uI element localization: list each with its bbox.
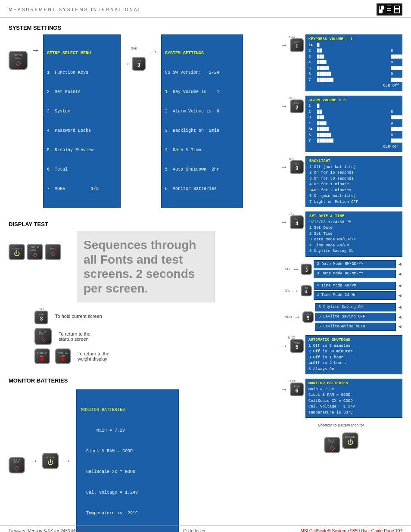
setup-icon4: ◇ [14,464,19,472]
power-icon2: ⏻ [47,459,53,466]
display-exit-btn1[interactable]: DISPLAY EXIT [34,348,50,364]
setup-menu-item-3: 3 System [47,108,117,115]
ghi3h-num: 3 [40,316,43,322]
mno5-letters: MNO [288,336,295,339]
shortcut-setup-btn[interactable]: SETUPESC ◇ [324,437,340,453]
arrow-dm: → [292,265,299,273]
shutdown-panel: AUTOMATIC SHUTDOWN 1 Off in 5 minutes 2 … [305,335,402,374]
setup-menu-item-6: 6 Total [47,166,117,173]
kp-4: 4 [308,60,317,66]
display-test-text: Sequences through all Fonts and test scr… [84,238,196,295]
abc1-area: ABC → ABC 1 [280,35,304,52]
arrow4: → [28,456,40,466]
time-mode-arrow1: ◄ [397,283,402,289]
shutdown-title: AUTOMATIC SHUTDOWN [308,337,399,343]
svg-rect-3 [383,9,384,13]
setup-btn-area: SETUPESC ◇ [9,42,28,70]
ghi3b-key[interactable]: GHI 3 [290,160,304,174]
setup-btn3[interactable]: SETUPESC ◇ [34,328,52,345]
shortcut-area: Shortcut to Battery Monitor SETUPESC ◇ P… [280,423,402,453]
setup-label4: SETUPESC [12,458,21,464]
section3-title: MONITOR BATTERIES [9,377,275,384]
time-mode-opt1: 4 Time Mode AM/PM ◄ [314,282,402,290]
av-1-bar: █ [317,103,391,109]
def2-key[interactable]: DEF 2 [290,100,304,113]
av-8 [391,103,399,109]
tare-btn[interactable]: TARE ◇ [45,244,61,260]
right-col: ABC → ABC 1 KEYPRESS VOLUME = 1 1▶ [280,34,402,453]
keypress-panel: KEYPRESS VOLUME = 1 1▶ █ 2 ██ 8 3 ███ ██… [305,34,402,91]
bl-6: 6 On (min batt-life) [309,193,399,199]
time-mode-box1: 4 Time Mode AM/PM [314,282,396,290]
shortcut-power-btn[interactable]: POWER ⏻ [342,432,358,449]
daylite-arrow2: ◄ [397,314,402,320]
svg-rect-7 [387,11,391,13]
shutdown-row: MNO → MNO 5 AUTOMATIC SHUTDOWN 1 Off in … [280,335,402,374]
arrow-abc1: → [281,41,288,49]
kp-5-bar: █████ [317,66,391,72]
svg-rect-2 [380,6,381,9]
time-mode-options: 4 Time Mode AM/PM ◄ 4 Time Mode 24 Hr ◄ [314,282,402,300]
tm-jkl-label: JKL [285,289,290,292]
backlight-row: GHI → GHI 3 BACKLIGHT 1 Off (max bat-lif… [280,156,402,207]
tm-jkl4-key[interactable]: JKL 4 [301,285,312,296]
av-bars-r1: █████ [391,115,399,121]
arrow-mno5: → [281,342,288,350]
power-btn[interactable]: POWER ⏻ [9,244,25,260]
arrow-dl: → [294,313,301,321]
date-mode-box2: 3 Date Mode DD-MM-YY [314,270,396,278]
av-4-bar: ████ [317,121,391,127]
sd-5: 5 Always On [308,367,399,373]
setup-menu-item-1: 1 Function Keys [47,69,117,76]
pqr6-key[interactable]: PQR 6 [290,383,304,396]
ghi3-key[interactable]: GHI 3 [132,57,146,71]
kp-3: 3 [308,54,317,60]
kp-7: 7 [308,78,317,84]
left-col: SETUPESC ◇ → SETUP SELECT MENU 1 Functio… [9,34,275,532]
setup-menu-item-4: 4 Password Locks [47,128,117,134]
setup-btn4[interactable]: SETUPESC ◇ [9,457,25,473]
jkl4-key[interactable]: JKL 4 [290,215,304,229]
ghi3-row: → GHI 3 [122,50,146,71]
bl-4: 4 On for 1 minute [309,182,399,188]
abc1-key[interactable]: ABC 1 [290,38,304,52]
setup-menu-title: SETUP SELECT MENU [47,50,117,56]
av-6-bar: ██████ [317,133,391,139]
dt-5: 5 Daylite Saving ON [309,249,399,255]
batt-right-row: PQR → PQR 6 MONITOR BATTERIES Main = 7.2… [280,379,402,418]
kp-5: 5 [308,66,317,72]
pqr6-row: → PQR 6 [280,383,304,396]
datetime-title: SET DATE & TIME [309,214,399,220]
ghi3-hold-key[interactable]: GHI 3 [34,311,48,324]
footer-right: MSI CellScale® System • 9850 User Guide … [300,529,402,532]
display-btns: POWER ⏻ SETUPESC ◇ TARE ◇ [9,244,61,260]
daylite-opt2: 5 Daylite Saving OFF ◄ [315,313,402,321]
dm-ghi3-key[interactable]: GHI 3 [301,264,312,275]
pqr6-letters: PQR [288,380,295,383]
kp-6: 6 [308,72,317,78]
sys-line2: 1 Key Volume is 1 [165,89,239,95]
mno5-key[interactable]: MNO 5 [290,339,304,353]
setup-label3: SETUPESC [39,330,47,336]
kp-8 [391,43,399,49]
dm-ghi-label: GHI [285,268,290,271]
kp-3-bar: ███ [317,54,391,60]
daylite-opt1: 5 Daylite Saving ON ◄ [315,303,402,312]
time-mode-opt2: 4 Time Mode 24 Hr ◄ [314,291,402,300]
mno5-dl-key[interactable]: MNO 5 [302,311,314,323]
dt-4: 4 Time Mode AM/PM [309,243,399,249]
weight-row: DISPLAY EXIT DISPLAY EXIT To return to t… [34,348,275,364]
jkl4-key-num: 4 [296,221,299,227]
power-btn2[interactable]: POWER ⏻ [42,453,59,469]
setup-btn2[interactable]: SETUPESC ◇ [27,244,43,260]
display-exit-btn2[interactable]: DISPLAY EXIT [55,348,71,364]
tm-jkl4-num: 4 [305,289,308,294]
setup-icon: ◇ [16,59,21,67]
setup-icon3: ◇ [41,336,46,342]
display-test-section: DISPLAY TEST POWER ⏻ SETUPESC ◇ [9,218,275,364]
page: MEASUREMENT SYSTEMS INTERNATIONAL SYSTEM… [0,0,411,532]
setup-button[interactable]: SETUPESC ◇ [9,51,28,70]
footer-mid[interactable]: Go to Index [183,529,206,532]
battery-line3: CellScale XX = GOOD [81,469,174,476]
setup-menu-item-7: 7 MORE 1/2 [47,186,117,192]
